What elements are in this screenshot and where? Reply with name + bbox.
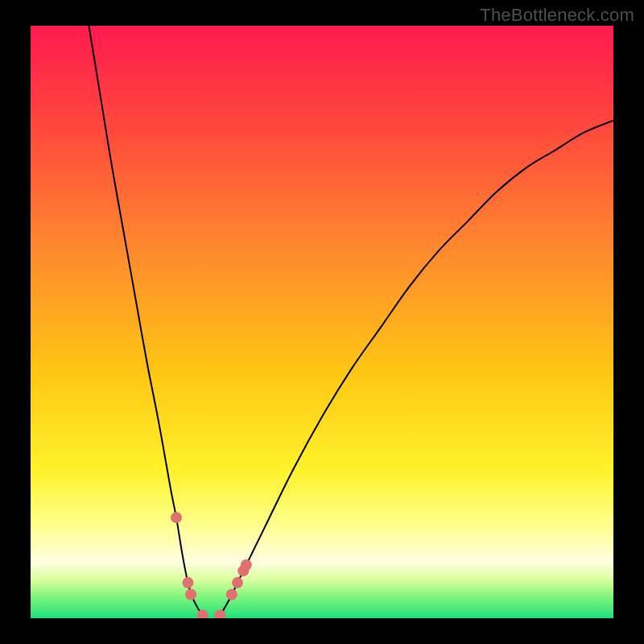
curve-marker-0 (171, 512, 182, 523)
curve-marker-6 (232, 577, 243, 588)
curve-marker-1 (182, 577, 193, 588)
curve-marker-2 (185, 589, 196, 601)
plot-area (31, 26, 613, 618)
bottleneck-chart-svg (31, 26, 613, 618)
curve-marker-8 (241, 559, 252, 571)
chart-frame: TheBottleneck.com (0, 0, 644, 644)
curve-marker-5 (226, 589, 237, 601)
gradient-background (31, 26, 613, 618)
watermark-label: TheBottleneck.com (480, 5, 634, 26)
